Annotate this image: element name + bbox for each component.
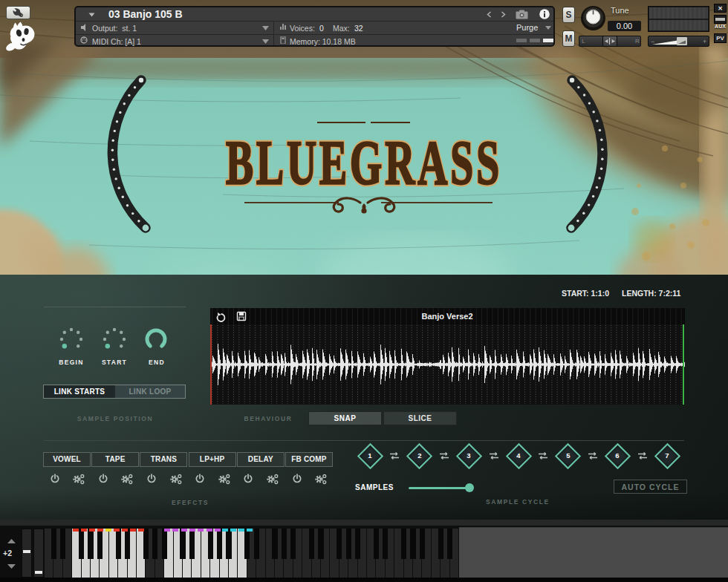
svg-text:Banjo Verse2: Banjo Verse2 — [421, 312, 472, 321]
